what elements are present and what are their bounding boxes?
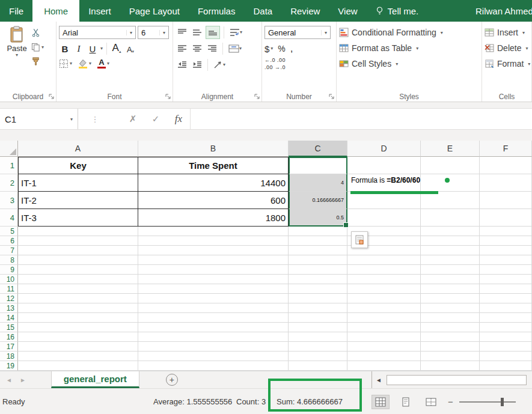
ribbon-tab-page-layout[interactable]: Page Layout [120, 0, 189, 22]
cell-D3[interactable] [347, 192, 421, 209]
cell-D13[interactable] [347, 303, 421, 313]
formula-input[interactable] [190, 109, 532, 129]
ribbon-tab-insert[interactable]: Insert [79, 0, 120, 22]
cell-D10[interactable] [347, 275, 421, 284]
cell-A4[interactable]: IT-3 [18, 209, 138, 227]
cell-E16[interactable] [421, 332, 480, 342]
borders-button[interactable]: ▾ [59, 59, 72, 68]
cell-E10[interactable] [421, 275, 480, 284]
cell-C14[interactable] [289, 313, 347, 323]
cell-B12[interactable] [138, 294, 289, 303]
top-align-button[interactable] [176, 26, 189, 39]
cell-F12[interactable] [480, 294, 532, 303]
column-header-D[interactable]: D [347, 141, 421, 157]
select-all-corner[interactable] [0, 141, 18, 157]
sheet-nav-next-icon[interactable]: ► [20, 377, 26, 383]
cell-B14[interactable] [138, 313, 289, 323]
cell-E1[interactable] [421, 157, 480, 174]
cell-F17[interactable] [480, 342, 532, 352]
ribbon-tab-home[interactable]: Home [32, 0, 79, 22]
cell-B3[interactable]: 600 [138, 192, 289, 209]
row-header-1[interactable]: 1 [0, 157, 18, 174]
cell-D8[interactable] [347, 255, 421, 265]
insert-cells-button[interactable]: Insert▾ [485, 25, 529, 40]
copy-button[interactable]: ▾ [31, 43, 44, 52]
cell-E14[interactable] [421, 313, 480, 323]
cell-B7[interactable] [138, 246, 289, 255]
increase-indent-button[interactable] [191, 58, 204, 72]
cell-C5[interactable] [289, 227, 347, 236]
row-header-11[interactable]: 11 [0, 284, 18, 294]
row-header-7[interactable]: 7 [0, 246, 18, 255]
cell-C15[interactable] [289, 323, 347, 332]
cell-F5[interactable] [480, 227, 532, 236]
row-header-12[interactable]: 12 [0, 294, 18, 303]
bold-button[interactable]: B [59, 42, 71, 55]
cell-E2[interactable] [421, 174, 480, 192]
formula-bar-grip[interactable]: ⋮ [78, 109, 112, 129]
format-as-table-button[interactable]: Format as Table▾ [339, 40, 479, 56]
cell-A18[interactable] [18, 352, 138, 361]
cell-D18[interactable] [347, 352, 421, 361]
cell-A7[interactable] [18, 246, 138, 255]
cell-B5[interactable] [138, 227, 289, 236]
row-header-9[interactable]: 9 [0, 265, 18, 275]
cell-C17[interactable] [289, 342, 347, 352]
cell-F3[interactable] [480, 192, 532, 209]
cell-C6[interactable] [289, 236, 347, 246]
horizontal-scrollbar[interactable]: ◄ [371, 371, 532, 388]
cell-F14[interactable] [480, 313, 532, 323]
cell-E11[interactable] [421, 284, 480, 294]
cell-C18[interactable] [289, 352, 347, 361]
enter-button[interactable]: ✓ [144, 109, 167, 129]
row-header-13[interactable]: 13 [0, 303, 18, 313]
format-painter-button[interactable] [31, 57, 44, 66]
cell-B10[interactable] [138, 275, 289, 284]
format-cells-button[interactable]: Format▾ [485, 56, 529, 72]
cell-D14[interactable] [347, 313, 421, 323]
cell-B13[interactable] [138, 303, 289, 313]
wrap-text-button[interactable]: ▾ [228, 26, 244, 39]
cell-D17[interactable] [347, 342, 421, 352]
row-header-15[interactable]: 15 [0, 323, 18, 332]
cell-B16[interactable] [138, 332, 289, 342]
cell-F1[interactable] [480, 157, 532, 174]
comma-style-button[interactable]: , [290, 43, 293, 55]
row-header-6[interactable]: 6 [0, 236, 18, 246]
middle-align-button[interactable] [191, 26, 204, 39]
zoom-out-button[interactable]: − [448, 389, 453, 414]
cell-E6[interactable] [421, 236, 480, 246]
italic-button[interactable]: I [73, 42, 85, 55]
cell-A8[interactable] [18, 255, 138, 265]
row-header-10[interactable]: 10 [0, 275, 18, 284]
ribbon-tab-view[interactable]: View [329, 0, 366, 22]
column-header-F[interactable]: F [480, 141, 532, 157]
zoom-slider-handle[interactable] [501, 398, 504, 406]
new-sheet-button[interactable]: + [166, 374, 178, 386]
cell-C16[interactable] [289, 332, 347, 342]
cancel-button[interactable]: ✗ [121, 109, 144, 129]
cell-C1[interactable] [289, 157, 347, 174]
row-header-4[interactable]: 4 [0, 209, 18, 227]
row-header-17[interactable]: 17 [0, 342, 18, 352]
sheet-nav-prev-icon[interactable]: ◄ [6, 377, 12, 383]
cell-E7[interactable] [421, 246, 480, 255]
cell-D19[interactable] [347, 361, 421, 371]
cell-E8[interactable] [421, 255, 480, 265]
accounting-format-button[interactable]: $▾ [264, 44, 273, 54]
column-header-B[interactable]: B [138, 141, 289, 157]
cell-B17[interactable] [138, 342, 289, 352]
cell-B18[interactable] [138, 352, 289, 361]
cell-B19[interactable] [138, 361, 289, 371]
cell-F16[interactable] [480, 332, 532, 342]
row-header-3[interactable]: 3 [0, 192, 18, 209]
cell-E12[interactable] [421, 294, 480, 303]
fill-color-button[interactable]: ▾ [78, 59, 91, 68]
ribbon-tab-review[interactable]: Review [281, 0, 329, 22]
account-name[interactable]: Rilwan Ahmed [475, 0, 532, 22]
increase-font-size-button[interactable]: A▴ [111, 42, 123, 55]
cell-C19[interactable] [289, 361, 347, 371]
name-box[interactable]: C1 ▾ [0, 109, 78, 129]
cell-C12[interactable] [289, 294, 347, 303]
cell-D4[interactable] [347, 209, 421, 227]
